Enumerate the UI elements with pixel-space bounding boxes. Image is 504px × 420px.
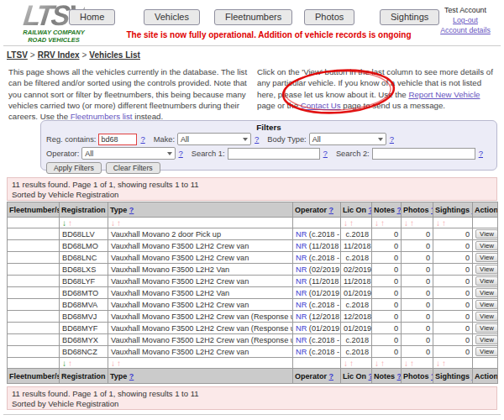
view-button[interactable]: View: [475, 265, 498, 274]
operator-link[interactable]: NR: [296, 242, 307, 250]
view-button[interactable]: View: [475, 229, 498, 239]
breadcrumb-ltsv[interactable]: LTSV: [7, 50, 28, 60]
apply-filters-button[interactable]: Apply Filters: [46, 162, 102, 174]
operator-link[interactable]: NR: [296, 265, 307, 274]
sort-desc-arrow[interactable]: ↓: [404, 359, 408, 368]
search2-input[interactable]: [372, 148, 475, 160]
fleetnumber-cell: [8, 346, 60, 358]
sort-asc-arrow[interactable]: ↑: [349, 218, 354, 228]
make-select[interactable]: All: [177, 133, 251, 145]
operator-link[interactable]: NR: [296, 254, 307, 262]
sort-desc-arrow[interactable]: ↓: [404, 218, 408, 228]
view-button[interactable]: View: [475, 241, 498, 250]
sort-asc-arrow[interactable]: ↑: [442, 218, 446, 228]
type-cell: Vauxhall Movano F3500 L2H2 Crew van (Res…: [108, 334, 293, 346]
view-button[interactable]: View: [475, 347, 498, 356]
sort-cell: [293, 358, 341, 369]
sort-asc-arrow[interactable]: ↑: [410, 218, 414, 228]
search2-help-link[interactable]: ?: [479, 149, 483, 158]
view-button[interactable]: View: [475, 276, 498, 286]
reg-contains-input[interactable]: [98, 134, 137, 145]
sort-desc-arrow[interactable]: ↓: [62, 218, 66, 228]
column-help-link[interactable]: ?: [397, 372, 402, 381]
body-type-help-link[interactable]: ?: [390, 134, 394, 144]
operator-link[interactable]: NR: [296, 312, 307, 321]
reg-contains-help-link[interactable]: ?: [140, 134, 144, 144]
sort-asc-arrow[interactable]: ↑: [381, 218, 385, 228]
column-help-link[interactable]: ?: [369, 372, 372, 381]
sort-desc-arrow[interactable]: ↓: [375, 359, 379, 368]
view-button[interactable]: View: [475, 300, 498, 309]
operator-link[interactable]: NR: [296, 289, 307, 297]
body-type-select[interactable]: All: [309, 133, 386, 145]
sort-desc-arrow[interactable]: ↓: [436, 359, 440, 368]
column-help-link[interactable]: ?: [129, 206, 134, 214]
sort-asc-arrow[interactable]: ↑: [410, 359, 414, 368]
sightings-cell: 0: [433, 311, 473, 323]
view-button[interactable]: View: [475, 323, 498, 333]
operator-link[interactable]: NR: [296, 336, 307, 344]
contact-us-link[interactable]: Contact Us: [301, 101, 341, 110]
sort-cell: ↓↑: [433, 358, 473, 369]
col-header-sightings: Sightings ?: [433, 202, 473, 218]
column-help-link[interactable]: ?: [397, 206, 402, 214]
type-cell: Vauxhall Movano F3500 L2H2 Crew van: [108, 240, 293, 252]
make-help-link[interactable]: ?: [255, 134, 259, 144]
sort-cell: [8, 358, 60, 369]
sightings-cell: 0: [433, 252, 473, 264]
column-help-link[interactable]: ?: [129, 372, 134, 381]
col-header-label: Operator: [295, 372, 327, 381]
operator-link[interactable]: NR: [296, 348, 307, 356]
logout-link[interactable]: Log-out: [428, 15, 502, 25]
sort-asc-arrow[interactable]: ↑: [381, 359, 385, 368]
sort-desc-arrow[interactable]: ↓: [111, 218, 115, 228]
sort-desc-arrow[interactable]: ↓: [344, 218, 348, 228]
operator-cell: NR (c.2018 - ): [293, 346, 341, 358]
search1-help-link[interactable]: ?: [323, 149, 328, 158]
column-help-link[interactable]: ?: [329, 206, 334, 214]
clear-filters-button[interactable]: Clear Filters: [106, 162, 160, 174]
view-button[interactable]: View: [475, 288, 498, 297]
view-button[interactable]: View: [475, 335, 498, 344]
view-button[interactable]: View: [475, 312, 498, 321]
site-announcement: The site is now fully operational. Addit…: [0, 30, 504, 39]
search1-input[interactable]: [228, 148, 320, 160]
sort-cell: ↓↑: [341, 218, 372, 228]
sort-asc-arrow[interactable]: ↑: [68, 359, 72, 368]
col-header-action-s: Action/s ?: [473, 202, 498, 218]
operator-help-link[interactable]: ?: [179, 149, 183, 158]
sort-cell: ↓↑: [433, 218, 473, 228]
column-help-link[interactable]: ?: [369, 206, 372, 214]
view-button[interactable]: View: [475, 253, 498, 262]
nav-button-vehicles[interactable]: Vehicles: [144, 9, 200, 25]
sort-desc-arrow[interactable]: ↓: [436, 218, 440, 228]
registration-cell: BD68MYX: [60, 334, 108, 346]
breadcrumb-rrv-index[interactable]: RRV Index: [38, 50, 80, 60]
nav-button-fleetnumbers[interactable]: Fleetnumbers: [214, 9, 292, 25]
nav-button-home[interactable]: Home: [69, 9, 115, 25]
sightings-cell: 0: [433, 334, 473, 346]
lic-on-cell: c.2018: [341, 299, 372, 311]
sort-desc-arrow[interactable]: ↓: [375, 218, 379, 228]
sort-asc-arrow[interactable]: ↑: [68, 218, 72, 228]
sort-desc-arrow[interactable]: ↓: [62, 359, 66, 368]
breadcrumb-vehicles-list[interactable]: Vehicles List: [89, 50, 140, 60]
operator-select[interactable]: All: [81, 147, 175, 160]
make-label: Make:: [154, 135, 175, 144]
sort-asc-arrow[interactable]: ↑: [117, 218, 121, 228]
sort-desc-arrow[interactable]: ↓: [344, 359, 348, 368]
operator-link[interactable]: NR: [296, 230, 307, 239]
column-help-link[interactable]: ?: [329, 372, 334, 381]
operator-link[interactable]: NR: [296, 301, 307, 309]
operator-select-value: All: [85, 150, 93, 158]
operator-cell: NR (c.2018 - ): [293, 228, 341, 240]
operator-link[interactable]: NR: [296, 324, 307, 333]
report-new-vehicle-link[interactable]: Report New Vehicle: [408, 90, 480, 99]
sort-desc-arrow[interactable]: ↓: [111, 359, 115, 368]
operator-link[interactable]: NR: [296, 277, 307, 286]
sort-asc-arrow[interactable]: ↑: [442, 359, 446, 368]
sort-asc-arrow[interactable]: ↑: [117, 359, 121, 368]
sort-asc-arrow[interactable]: ↑: [349, 359, 354, 368]
nav-button-photos[interactable]: Photos: [304, 9, 354, 25]
sightings-cell: 0: [433, 264, 473, 276]
